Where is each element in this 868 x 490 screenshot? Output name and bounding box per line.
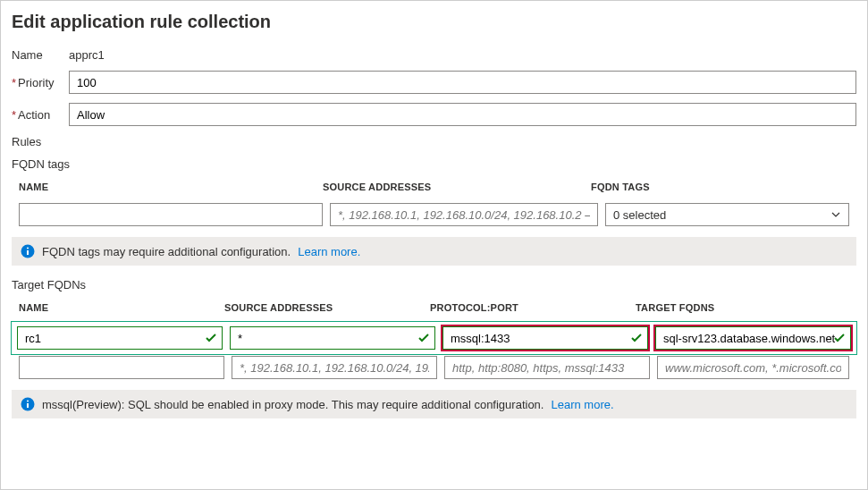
fqdn-tags-selected: 0 selected	[613, 208, 666, 222]
required-star: *	[12, 108, 16, 122]
svg-point-5	[27, 401, 29, 402]
col-header-tags: FQDN TAGS	[591, 182, 849, 192]
chevron-down-icon	[830, 209, 841, 220]
tf-name-input-blank[interactable]	[19, 356, 224, 379]
fqdn-src-input[interactable]	[330, 203, 598, 226]
svg-rect-1	[27, 250, 29, 255]
action-input[interactable]	[69, 103, 856, 126]
tf-name-input[interactable]	[17, 326, 223, 350]
name-value: apprc1	[69, 48, 105, 62]
page-title: Edit application rule collection	[12, 12, 856, 32]
tf-proto-input[interactable]	[442, 326, 648, 350]
rules-label: Rules	[12, 135, 856, 148]
tf-target-input-blank[interactable]	[657, 356, 849, 379]
col-header-name: NAME	[19, 182, 323, 192]
priority-row: *Priority	[12, 71, 856, 94]
fqdn-name-input[interactable]	[19, 203, 323, 226]
svg-rect-4	[27, 403, 29, 408]
priority-label: *Priority	[12, 76, 62, 89]
fqdn-learn-more-link[interactable]: Learn more.	[298, 245, 360, 258]
priority-input[interactable]	[69, 71, 856, 94]
required-star: *	[12, 76, 16, 89]
target-info-text: mssql(Preview): SQL should be enabled in…	[42, 398, 544, 411]
fqdn-tags-table: NAME SOURCE ADDRESSES FQDN TAGS 0 select…	[12, 176, 856, 228]
svg-point-2	[27, 248, 29, 249]
target-fqdns-info-bar: mssql(Preview): SQL should be enabled in…	[12, 390, 856, 418]
fqdn-info-bar: FQDN tags may require additional configu…	[12, 237, 856, 266]
action-label: *Action	[12, 108, 62, 122]
info-icon	[21, 397, 35, 411]
col-header-src: SOURCE ADDRESSES	[224, 302, 430, 313]
col-header-target: TARGET FQDNS	[636, 302, 849, 313]
tf-src-input[interactable]	[230, 326, 435, 350]
target-learn-more-link[interactable]: Learn more.	[551, 398, 613, 411]
target-fqdns-label: Target FQDNs	[12, 278, 856, 291]
col-header-src: SOURCE ADDRESSES	[323, 182, 591, 192]
col-header-proto: PROTOCOL:PORT	[430, 302, 636, 313]
name-label: Name	[12, 48, 62, 62]
info-icon	[21, 244, 35, 258]
tf-src-input-blank[interactable]	[232, 356, 437, 379]
fqdn-tags-dropdown[interactable]: 0 selected	[605, 203, 849, 226]
fqdn-info-text: FQDN tags may require additional configu…	[42, 245, 291, 258]
tf-target-input[interactable]	[655, 326, 851, 350]
col-header-name: NAME	[19, 302, 224, 313]
target-fqdns-table: NAME SOURCE ADDRESSES PROTOCOL:PORT TARG…	[12, 297, 856, 381]
action-row: *Action	[12, 103, 856, 126]
tf-proto-input-blank[interactable]	[444, 356, 650, 379]
table-row	[12, 354, 856, 381]
table-row	[12, 322, 856, 354]
fqdn-tags-label: FQDN tags	[12, 157, 856, 171]
name-row: Name apprc1	[12, 48, 856, 62]
